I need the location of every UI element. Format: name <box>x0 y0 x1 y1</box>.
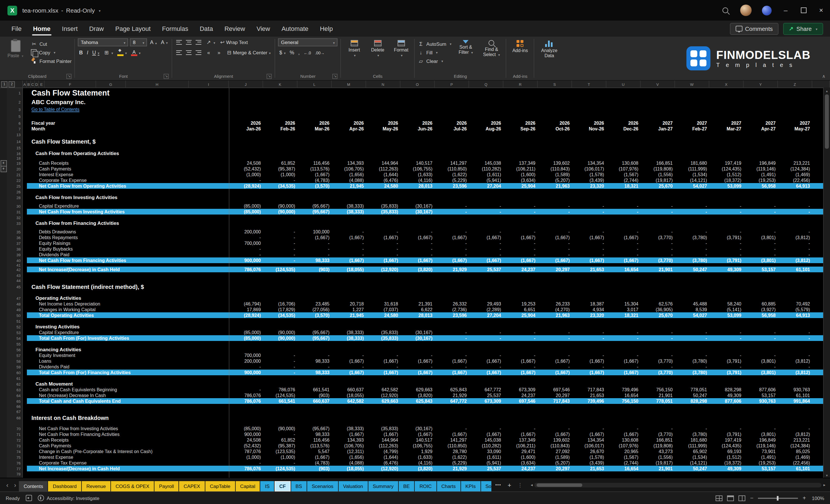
row-number[interactable]: 77 <box>7 466 23 471</box>
cell[interactable]: (1,667) <box>606 258 641 263</box>
cell[interactable]: (119,808) <box>641 166 675 171</box>
cell[interactable]: - <box>606 336 641 341</box>
cell[interactable]: 53,157 <box>744 466 778 471</box>
cell[interactable]: Dec-26 <box>606 126 641 131</box>
clipboard-dialog-launcher[interactable]: ↘ <box>66 74 71 79</box>
cell[interactable]: (1,589) <box>538 172 572 177</box>
cell[interactable]: (1,469) <box>778 172 812 177</box>
cell[interactable]: (1,667) <box>469 235 503 240</box>
cell[interactable]: 673,309 <box>503 387 538 392</box>
cell[interactable]: - <box>469 336 503 341</box>
cell[interactable]: 756,150 <box>641 387 675 392</box>
cell[interactable]: 2026 <box>401 120 435 126</box>
row-label[interactable]: Interest on Cash Breakdown <box>23 415 229 421</box>
cell[interactable]: 629,663 <box>366 399 401 404</box>
row-number[interactable]: 31 <box>7 209 23 215</box>
cell[interactable]: 130,608 <box>606 437 641 442</box>
cell[interactable]: 98,333 <box>297 370 332 375</box>
cell[interactable]: - <box>778 353 812 358</box>
row-label[interactable]: Cash and Cash Equivalents Beginning <box>23 387 229 392</box>
cell[interactable]: (1,667) <box>469 358 503 364</box>
cell[interactable]: Feb-27 <box>675 126 709 131</box>
row-number[interactable]: 53 <box>7 329 23 335</box>
cell[interactable]: Sep-26 <box>503 126 538 131</box>
cell[interactable]: 2027 <box>744 120 778 126</box>
cell[interactable]: - <box>572 336 606 341</box>
cell[interactable]: (4,088) <box>332 178 366 183</box>
cell[interactable]: - <box>709 241 744 246</box>
cell[interactable]: May-26 <box>366 126 401 131</box>
menu-view[interactable]: View <box>251 21 276 37</box>
cell[interactable]: 778,051 <box>675 387 709 392</box>
cell[interactable]: - <box>503 229 538 234</box>
sort-filter-button[interactable]: Sort & Filter ▾ <box>454 38 477 55</box>
cell[interactable]: - <box>606 209 641 214</box>
cell[interactable]: - <box>435 336 469 341</box>
sheet-tab-kpis[interactable]: KPIs <box>461 481 480 492</box>
cell[interactable]: 660,637 <box>297 399 332 404</box>
cell[interactable]: - <box>641 209 675 214</box>
sheet-tab-is[interactable]: IS <box>261 481 274 492</box>
cell[interactable]: (1,667) <box>401 358 435 364</box>
row-number[interactable]: 22 <box>7 177 23 183</box>
cell[interactable]: 625,843 <box>435 387 469 392</box>
cell[interactable]: 21,391 <box>401 301 435 306</box>
cell[interactable]: - <box>744 241 778 246</box>
cell[interactable]: (1,667) <box>469 258 503 263</box>
cell[interactable]: (1,667) <box>297 172 332 177</box>
cell[interactable]: (1,512) <box>709 454 744 460</box>
cell[interactable]: 98,333 <box>297 358 332 364</box>
delete-cells-button[interactable]: Delete▾ <box>368 38 388 58</box>
row-label[interactable]: Loans <box>23 358 229 364</box>
cell[interactable]: - <box>744 229 778 234</box>
cell[interactable]: - <box>641 364 675 369</box>
cell[interactable]: (1,667) <box>332 432 366 437</box>
cell[interactable]: 2026 <box>263 120 297 126</box>
scroll-right-icon[interactable]: ▸ <box>823 482 825 487</box>
font-dialog-launcher[interactable]: ↘ <box>164 74 169 79</box>
cell[interactable]: 31,618 <box>366 301 401 306</box>
cell[interactable]: 786,076 <box>229 267 263 272</box>
cell[interactable]: - <box>469 252 503 257</box>
cell[interactable]: 20,297 <box>538 267 572 272</box>
row-number[interactable]: 74 <box>7 448 23 454</box>
row-label[interactable]: Changes in Working Capital <box>23 307 229 312</box>
row-number[interactable]: 39 <box>7 252 23 257</box>
cell[interactable]: (3,780) <box>675 358 709 364</box>
sheet-tab-capex[interactable]: CAPEX <box>179 481 205 492</box>
cell[interactable]: (1,667) <box>366 432 401 437</box>
analyze-data-button[interactable]: AnalyzeData <box>537 38 562 59</box>
cell[interactable]: - <box>469 330 503 335</box>
cell[interactable]: 2026 <box>606 120 641 126</box>
cell[interactable]: Jun-26 <box>401 126 435 131</box>
cell[interactable]: (85,000) <box>229 209 263 214</box>
vertical-scroll-thumb[interactable] <box>825 94 829 149</box>
cell[interactable]: 144,964 <box>366 437 401 442</box>
cell[interactable]: - <box>503 252 538 257</box>
cell[interactable]: - <box>778 229 812 234</box>
cell[interactable]: 717,843 <box>572 387 606 392</box>
cell[interactable]: 828,298 <box>675 399 709 404</box>
row-number[interactable]: 28 <box>7 194 23 200</box>
cell[interactable]: 625,843 <box>401 399 435 404</box>
cell[interactable]: (1,667) <box>332 258 366 263</box>
cell[interactable]: (18,055) <box>332 393 366 398</box>
cell[interactable]: (3,439) <box>572 178 606 183</box>
row-label[interactable]: Equity Raisings <box>23 241 229 246</box>
cell[interactable]: 181,680 <box>675 160 709 166</box>
cell[interactable]: 45,488 <box>675 301 709 306</box>
cell[interactable]: - <box>675 229 709 234</box>
cell[interactable]: 98,333 <box>297 258 332 263</box>
cell[interactable]: 21,929 <box>435 393 469 398</box>
cell[interactable]: - <box>641 203 675 209</box>
cell[interactable]: (27,056) <box>297 307 332 312</box>
column-header-L[interactable]: L <box>297 81 332 88</box>
row-number[interactable] <box>7 200 23 203</box>
cell[interactable]: (124,435) <box>709 166 744 171</box>
increase-indent-button[interactable]: » <box>215 49 223 57</box>
cell[interactable]: (1,667) <box>503 370 538 375</box>
cell[interactable]: (3,791) <box>709 258 744 263</box>
cell[interactable]: - <box>675 364 709 369</box>
cell[interactable]: - <box>675 336 709 341</box>
cell[interactable]: 21,945 <box>332 183 366 189</box>
